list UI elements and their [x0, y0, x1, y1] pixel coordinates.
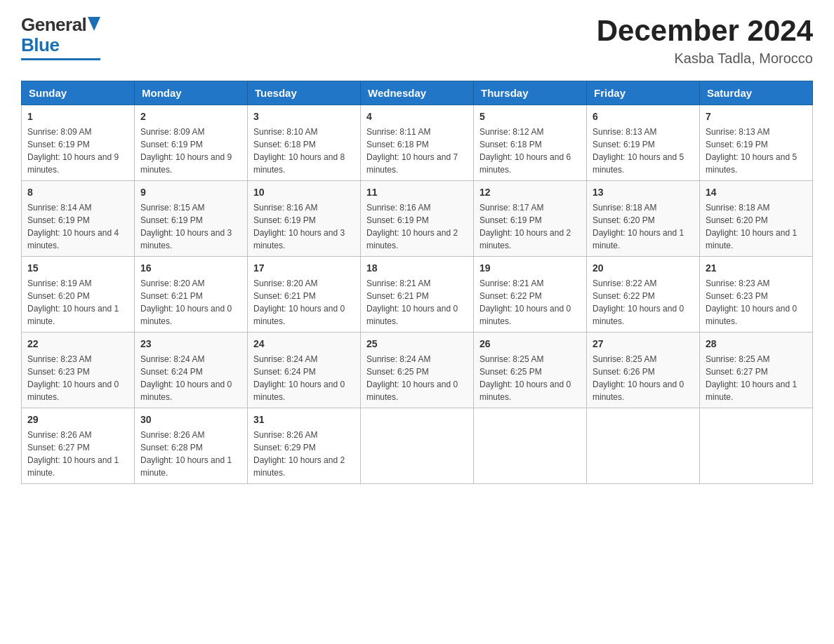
day-number: 2	[140, 109, 241, 124]
day-number: 20	[593, 261, 694, 276]
day-info: Sunrise: 8:25 AMSunset: 6:25 PMDaylight:…	[479, 354, 571, 402]
calendar-cell: 14Sunrise: 8:18 AMSunset: 6:20 PMDayligh…	[700, 181, 813, 257]
calendar-cell	[361, 408, 474, 484]
day-info: Sunrise: 8:12 AMSunset: 6:18 PMDaylight:…	[479, 127, 571, 175]
day-number: 24	[253, 337, 355, 351]
calendar-cell: 10Sunrise: 8:16 AMSunset: 6:19 PMDayligh…	[248, 181, 361, 257]
calendar-week-5: 29Sunrise: 8:26 AMSunset: 6:27 PMDayligh…	[22, 408, 813, 484]
day-header-tuesday: Tuesday	[248, 81, 361, 105]
day-number: 5	[479, 109, 581, 124]
day-info: Sunrise: 8:23 AMSunset: 6:23 PMDaylight:…	[706, 279, 797, 326]
day-number: 14	[706, 185, 807, 200]
day-number: 4	[366, 109, 468, 124]
calendar-table: SundayMondayTuesdayWednesdayThursdayFrid…	[21, 81, 813, 484]
calendar-cell: 30Sunrise: 8:26 AMSunset: 6:28 PMDayligh…	[135, 408, 248, 484]
calendar-header-row: SundayMondayTuesdayWednesdayThursdayFrid…	[22, 81, 813, 105]
calendar-cell: 9Sunrise: 8:15 AMSunset: 6:19 PMDaylight…	[135, 181, 248, 257]
month-title: December 2024	[597, 14, 813, 48]
day-info: Sunrise: 8:16 AMSunset: 6:19 PMDaylight:…	[366, 203, 458, 250]
day-header-thursday: Thursday	[474, 81, 587, 105]
day-number: 27	[593, 337, 694, 351]
day-number: 31	[253, 412, 355, 427]
day-info: Sunrise: 8:17 AMSunset: 6:19 PMDaylight:…	[479, 203, 571, 250]
day-number: 12	[479, 185, 581, 200]
day-info: Sunrise: 8:11 AMSunset: 6:18 PMDaylight:…	[366, 127, 458, 175]
calendar-cell: 23Sunrise: 8:24 AMSunset: 6:24 PMDayligh…	[135, 333, 248, 408]
day-info: Sunrise: 8:23 AMSunset: 6:23 PMDaylight:…	[27, 354, 119, 402]
day-info: Sunrise: 8:13 AMSunset: 6:19 PMDaylight:…	[706, 127, 797, 175]
calendar-cell: 2Sunrise: 8:09 AMSunset: 6:19 PMDaylight…	[135, 105, 248, 181]
day-number: 11	[366, 185, 468, 200]
day-info: Sunrise: 8:25 AMSunset: 6:26 PMDaylight:…	[593, 354, 684, 402]
logo: General Blue	[21, 14, 100, 60]
day-info: Sunrise: 8:20 AMSunset: 6:21 PMDaylight:…	[253, 279, 345, 326]
day-header-wednesday: Wednesday	[361, 81, 474, 105]
day-number: 1	[27, 109, 128, 124]
calendar-cell	[587, 408, 700, 484]
calendar-cell	[700, 408, 813, 484]
calendar-cell: 11Sunrise: 8:16 AMSunset: 6:19 PMDayligh…	[361, 181, 474, 257]
day-info: Sunrise: 8:26 AMSunset: 6:28 PMDaylight:…	[140, 430, 232, 478]
day-info: Sunrise: 8:09 AMSunset: 6:19 PMDaylight:…	[27, 127, 119, 175]
day-header-friday: Friday	[587, 81, 700, 105]
logo-arrow-icon	[88, 17, 100, 31]
calendar-cell	[474, 408, 587, 484]
day-number: 9	[140, 185, 241, 200]
day-info: Sunrise: 8:24 AMSunset: 6:24 PMDaylight:…	[253, 354, 345, 402]
calendar-cell: 24Sunrise: 8:24 AMSunset: 6:24 PMDayligh…	[248, 333, 361, 408]
calendar-cell: 6Sunrise: 8:13 AMSunset: 6:19 PMDaylight…	[587, 105, 700, 181]
day-number: 19	[479, 261, 581, 276]
calendar-cell: 29Sunrise: 8:26 AMSunset: 6:27 PMDayligh…	[22, 408, 135, 484]
title-section: December 2024 Kasba Tadla, Morocco	[597, 14, 813, 67]
day-number: 13	[593, 185, 694, 200]
day-header-saturday: Saturday	[700, 81, 813, 105]
calendar-week-2: 8Sunrise: 8:14 AMSunset: 6:19 PMDaylight…	[22, 181, 813, 257]
day-number: 16	[140, 261, 241, 276]
day-info: Sunrise: 8:13 AMSunset: 6:19 PMDaylight:…	[593, 127, 684, 175]
svg-marker-0	[88, 17, 100, 31]
calendar-cell: 15Sunrise: 8:19 AMSunset: 6:20 PMDayligh…	[22, 257, 135, 333]
day-number: 7	[706, 109, 807, 124]
day-info: Sunrise: 8:25 AMSunset: 6:27 PMDaylight:…	[706, 354, 797, 402]
calendar-cell: 7Sunrise: 8:13 AMSunset: 6:19 PMDaylight…	[700, 105, 813, 181]
day-info: Sunrise: 8:18 AMSunset: 6:20 PMDaylight:…	[593, 203, 684, 250]
calendar-cell: 1Sunrise: 8:09 AMSunset: 6:19 PMDaylight…	[22, 105, 135, 181]
logo-underline	[21, 58, 100, 60]
calendar-cell: 8Sunrise: 8:14 AMSunset: 6:19 PMDaylight…	[22, 181, 135, 257]
logo-general: General	[21, 14, 86, 36]
day-number: 29	[27, 412, 128, 427]
day-info: Sunrise: 8:24 AMSunset: 6:25 PMDaylight:…	[366, 354, 458, 402]
calendar-cell: 22Sunrise: 8:23 AMSunset: 6:23 PMDayligh…	[22, 333, 135, 408]
day-number: 23	[140, 337, 241, 351]
day-info: Sunrise: 8:22 AMSunset: 6:22 PMDaylight:…	[593, 279, 684, 326]
day-info: Sunrise: 8:21 AMSunset: 6:21 PMDaylight:…	[366, 279, 458, 326]
calendar-cell: 19Sunrise: 8:21 AMSunset: 6:22 PMDayligh…	[474, 257, 587, 333]
day-info: Sunrise: 8:21 AMSunset: 6:22 PMDaylight:…	[479, 279, 571, 326]
day-number: 18	[366, 261, 468, 276]
logo-blue: Blue	[21, 34, 59, 56]
calendar-cell: 18Sunrise: 8:21 AMSunset: 6:21 PMDayligh…	[361, 257, 474, 333]
day-number: 6	[593, 109, 694, 124]
day-number: 28	[706, 337, 807, 351]
day-number: 15	[27, 261, 128, 276]
day-number: 26	[479, 337, 581, 351]
calendar-cell: 26Sunrise: 8:25 AMSunset: 6:25 PMDayligh…	[474, 333, 587, 408]
calendar-cell: 5Sunrise: 8:12 AMSunset: 6:18 PMDaylight…	[474, 105, 587, 181]
calendar-cell: 3Sunrise: 8:10 AMSunset: 6:18 PMDaylight…	[248, 105, 361, 181]
day-info: Sunrise: 8:15 AMSunset: 6:19 PMDaylight:…	[140, 203, 232, 250]
day-number: 25	[366, 337, 468, 351]
day-info: Sunrise: 8:09 AMSunset: 6:19 PMDaylight:…	[140, 127, 232, 175]
calendar-week-4: 22Sunrise: 8:23 AMSunset: 6:23 PMDayligh…	[22, 333, 813, 408]
location: Kasba Tadla, Morocco	[597, 51, 813, 67]
calendar-cell: 16Sunrise: 8:20 AMSunset: 6:21 PMDayligh…	[135, 257, 248, 333]
calendar-cell: 28Sunrise: 8:25 AMSunset: 6:27 PMDayligh…	[700, 333, 813, 408]
calendar-cell: 25Sunrise: 8:24 AMSunset: 6:25 PMDayligh…	[361, 333, 474, 408]
calendar-cell: 27Sunrise: 8:25 AMSunset: 6:26 PMDayligh…	[587, 333, 700, 408]
calendar-cell: 21Sunrise: 8:23 AMSunset: 6:23 PMDayligh…	[700, 257, 813, 333]
calendar-cell: 13Sunrise: 8:18 AMSunset: 6:20 PMDayligh…	[587, 181, 700, 257]
day-info: Sunrise: 8:19 AMSunset: 6:20 PMDaylight:…	[27, 279, 119, 326]
day-header-sunday: Sunday	[22, 81, 135, 105]
day-info: Sunrise: 8:18 AMSunset: 6:20 PMDaylight:…	[706, 203, 797, 250]
day-number: 17	[253, 261, 355, 276]
page-header: General Blue December 2024 Kasba Tadla, …	[21, 14, 813, 67]
